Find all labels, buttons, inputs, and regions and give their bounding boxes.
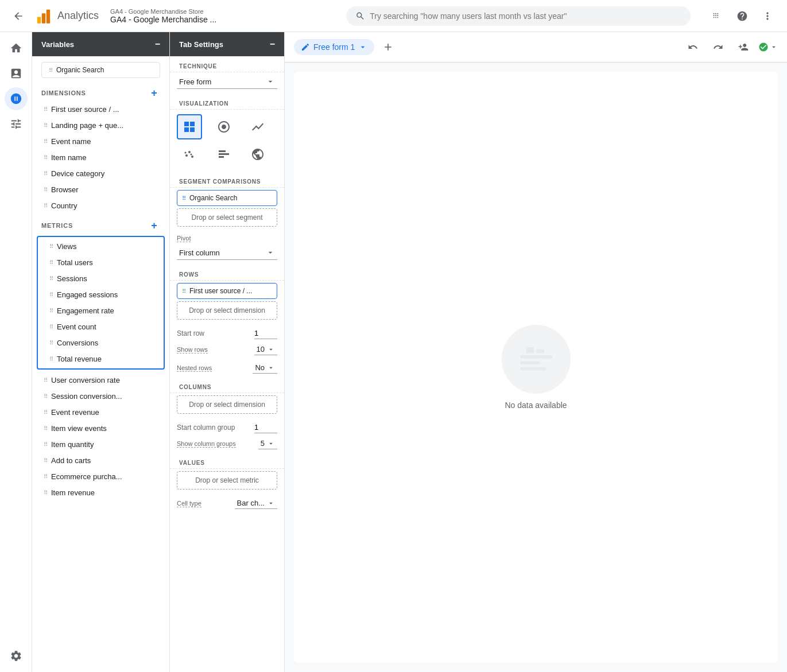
nav-admin[interactable] — [5, 644, 28, 667]
dim-label: Event name — [51, 137, 91, 146]
dim-browser[interactable]: ⠿ Browser — [37, 182, 165, 197]
dim-device-category[interactable]: ⠿ Device category — [37, 166, 165, 181]
show-rows-dropdown[interactable]: 10 — [254, 344, 277, 355]
variables-collapse[interactable]: − — [155, 39, 160, 49]
technique-dropdown[interactable]: Free form — [177, 75, 277, 89]
tab-settings-collapse[interactable]: − — [270, 39, 275, 49]
drop-column-box[interactable]: Drop or select dimension — [177, 395, 277, 414]
start-column-group-input[interactable] — [254, 422, 277, 433]
metric-sessions[interactable]: ⠿ Sessions — [42, 271, 159, 286]
vis-line-button[interactable] — [245, 114, 270, 139]
metric-conversions[interactable]: ⠿ Conversions — [42, 335, 159, 351]
dimensions-list: ⠿ First user source / ... ⠿ Landing page… — [32, 101, 169, 214]
chevron-down-icon — [267, 345, 275, 354]
rows-dim-chip[interactable]: ⠿ First user source / ... — [177, 283, 277, 299]
metric-label: Total revenue — [57, 355, 102, 363]
logo-area: Analytics — [34, 7, 99, 25]
pivot-value: First column — [179, 248, 220, 257]
vis-scatter-button[interactable] — [177, 142, 202, 167]
drag-handle-icon: ⠿ — [49, 275, 53, 282]
metric-ecommerce-purchases[interactable]: ⠿ Ecommerce purcha... — [37, 469, 165, 484]
visualization-options — [170, 112, 284, 172]
header-actions — [683, 37, 778, 57]
drop-dimension-box[interactable]: Drop or select dimension — [177, 301, 277, 320]
tab-name: Free form 1 — [313, 42, 355, 52]
dim-label: Country — [51, 201, 77, 210]
vis-geo-button[interactable] — [245, 142, 270, 167]
metric-item-quantity[interactable]: ⠿ Item quantity — [37, 437, 165, 452]
metric-engagement-rate[interactable]: ⠿ Engagement rate — [42, 303, 159, 318]
dim-country[interactable]: ⠿ Country — [37, 198, 165, 213]
check-circle-icon — [758, 42, 769, 52]
no-data-text: No data available — [505, 401, 567, 410]
pivot-dropdown[interactable]: First column — [177, 246, 277, 260]
metrics-title: METRICS — [41, 222, 73, 229]
segment-chip-organic-search[interactable]: ⠿ Organic Search — [41, 62, 160, 78]
drag-handle-icon: ⠿ — [44, 187, 48, 193]
metric-views[interactable]: ⠿ Views — [42, 239, 159, 254]
dim-first-user-source[interactable]: ⠿ First user source / ... — [37, 102, 165, 117]
add-metric-button[interactable]: + — [149, 220, 160, 231]
add-dimension-button[interactable]: + — [149, 87, 160, 99]
vis-donut-button[interactable] — [211, 114, 237, 139]
dim-label: Landing page + que... — [51, 121, 123, 130]
nav-explore[interactable] — [5, 87, 28, 110]
svg-rect-9 — [520, 362, 540, 365]
status-button[interactable] — [758, 42, 778, 52]
app-body: Variables − ⠿ Organic Search DIMENSIONS … — [0, 32, 787, 672]
redo-button[interactable] — [708, 37, 728, 57]
metric-item-revenue[interactable]: ⠿ Item revenue — [37, 485, 165, 500]
drag-handle-icon: ⠿ — [49, 67, 53, 73]
metric-label: Add to carts — [51, 456, 91, 465]
metric-event-revenue[interactable]: ⠿ Event revenue — [37, 405, 165, 420]
metric-session-conversion[interactable]: ⠿ Session conversion... — [37, 389, 165, 404]
add-tab-button[interactable] — [379, 38, 397, 56]
segment-comparison-value: Organic Search — [189, 194, 237, 202]
metric-engaged-sessions[interactable]: ⠿ Engaged sessions — [42, 287, 159, 302]
cell-type-dropdown[interactable]: Bar ch... — [235, 498, 277, 509]
vis-bar-horizontal-button[interactable] — [211, 142, 237, 167]
nav-advertising[interactable] — [5, 112, 28, 135]
drag-handle-icon: ⠿ — [44, 441, 48, 448]
drop-metric-box[interactable]: Drop or select metric — [177, 471, 277, 490]
drop-segment-box[interactable]: Drop or select segment — [177, 208, 277, 227]
apps-button[interactable] — [707, 6, 727, 26]
no-data-illustration — [516, 339, 556, 379]
top-bar: Analytics GA4 - Google Merchandise Store… — [0, 0, 787, 32]
share-users-button[interactable] — [733, 37, 754, 57]
metric-item-view-events[interactable]: ⠿ Item view events — [37, 421, 165, 436]
nav-home[interactable] — [5, 37, 28, 60]
top-actions — [707, 6, 778, 26]
dim-landing-page[interactable]: ⠿ Landing page + que... — [37, 118, 165, 133]
tab-settings-title: Tab Settings — [179, 40, 223, 49]
metric-user-conversion-rate[interactable]: ⠿ User conversion rate — [37, 372, 165, 388]
back-button[interactable] — [9, 7, 28, 25]
show-column-groups-dropdown[interactable]: 5 — [258, 438, 277, 449]
metric-label: Session conversion... — [51, 392, 122, 401]
metric-event-count[interactable]: ⠿ Event count — [42, 319, 159, 335]
start-row-input[interactable] — [254, 328, 277, 339]
property-name: GA4 - Google Merchandise ... — [110, 15, 216, 24]
segment-comparison-chip[interactable]: ⠿ Organic Search — [177, 190, 277, 206]
cell-type-label: Cell type — [177, 500, 201, 507]
metric-label: Item quantity — [51, 440, 94, 449]
help-button[interactable] — [732, 6, 753, 26]
dim-item-name[interactable]: ⠿ Item name — [37, 150, 165, 165]
more-button[interactable] — [757, 6, 778, 26]
dim-event-name[interactable]: ⠿ Event name — [37, 134, 165, 149]
nested-rows-dropdown[interactable]: No — [253, 362, 277, 374]
search-bar[interactable] — [346, 6, 691, 26]
metric-label: Ecommerce purcha... — [51, 472, 122, 481]
drag-handle-icon: ⠿ — [44, 122, 48, 129]
search-input[interactable] — [370, 11, 681, 21]
metric-total-users[interactable]: ⠿ Total users — [42, 255, 159, 270]
nav-reports[interactable] — [5, 62, 28, 85]
free-form-tab[interactable]: Free form 1 — [294, 39, 374, 55]
undo-button[interactable] — [683, 37, 703, 57]
metric-total-revenue[interactable]: ⠿ Total revenue — [42, 351, 159, 367]
nested-rows-row: Nested rows No — [170, 359, 284, 377]
vis-table-button[interactable] — [177, 114, 202, 139]
metric-label: Engagement rate — [57, 306, 114, 315]
metric-add-to-carts[interactable]: ⠿ Add to carts — [37, 453, 165, 468]
chevron-down-icon — [266, 248, 275, 257]
